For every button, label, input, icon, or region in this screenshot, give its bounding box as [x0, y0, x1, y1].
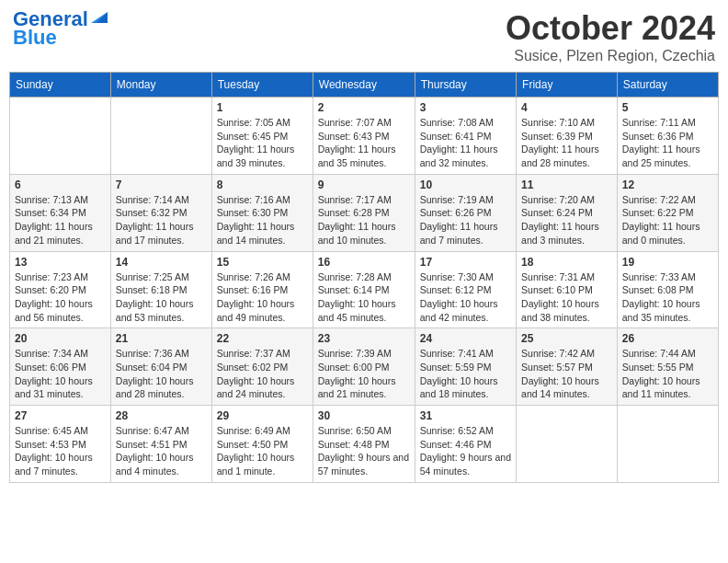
calendar-cell: 20Sunrise: 7:34 AMSunset: 6:06 PMDayligh… — [10, 328, 111, 406]
day-info: Sunrise: 7:16 AMSunset: 6:30 PMDaylight:… — [217, 193, 308, 247]
day-number: 25 — [521, 332, 612, 345]
weekday-header: Sunday — [10, 73, 111, 98]
calendar-cell: 13Sunrise: 7:23 AMSunset: 6:20 PMDayligh… — [10, 251, 111, 328]
day-info: Sunrise: 7:11 AMSunset: 6:36 PMDaylight:… — [622, 116, 713, 170]
calendar-cell — [617, 406, 718, 483]
day-number: 17 — [420, 256, 511, 269]
logo: General Blue — [13, 9, 108, 48]
day-info: Sunrise: 6:49 AMSunset: 4:50 PMDaylight:… — [217, 424, 308, 478]
day-number: 1 — [217, 101, 308, 114]
day-number: 12 — [622, 178, 713, 191]
day-number: 20 — [15, 332, 106, 345]
day-info: Sunrise: 7:30 AMSunset: 6:12 PMDaylight:… — [420, 270, 511, 325]
day-info: Sunrise: 6:52 AMSunset: 4:46 PMDaylight:… — [420, 424, 511, 478]
day-info: Sunrise: 7:22 AMSunset: 6:22 PMDaylight:… — [622, 193, 713, 247]
day-info: Sunrise: 7:13 AMSunset: 6:34 PMDaylight:… — [15, 193, 106, 247]
day-info: Sunrise: 7:41 AMSunset: 5:59 PMDaylight:… — [420, 347, 511, 401]
day-number: 11 — [521, 178, 612, 191]
calendar-cell: 11Sunrise: 7:20 AMSunset: 6:24 PMDayligh… — [517, 174, 618, 251]
day-number: 15 — [217, 256, 308, 269]
logo-blue: Blue — [13, 28, 57, 48]
day-info: Sunrise: 7:36 AMSunset: 6:04 PMDaylight:… — [116, 347, 207, 401]
day-number: 22 — [217, 332, 308, 345]
calendar-cell: 24Sunrise: 7:41 AMSunset: 5:59 PMDayligh… — [415, 328, 516, 406]
day-info: Sunrise: 7:42 AMSunset: 5:57 PMDaylight:… — [521, 347, 612, 401]
day-info: Sunrise: 7:34 AMSunset: 6:06 PMDaylight:… — [15, 347, 106, 401]
calendar-cell — [110, 98, 211, 175]
day-number: 10 — [420, 178, 511, 191]
calendar-cell: 31Sunrise: 6:52 AMSunset: 4:46 PMDayligh… — [415, 406, 516, 483]
day-number: 7 — [116, 178, 207, 191]
calendar-cell: 3Sunrise: 7:08 AMSunset: 6:41 PMDaylight… — [415, 98, 516, 175]
calendar-cell: 25Sunrise: 7:42 AMSunset: 5:57 PMDayligh… — [517, 328, 618, 406]
calendar-cell: 6Sunrise: 7:13 AMSunset: 6:34 PMDaylight… — [10, 174, 111, 251]
day-number: 13 — [15, 256, 106, 269]
month-title: October 2024 — [506, 9, 715, 48]
calendar-week-row: 20Sunrise: 7:34 AMSunset: 6:06 PMDayligh… — [10, 328, 719, 406]
day-info: Sunrise: 6:47 AMSunset: 4:51 PMDaylight:… — [116, 424, 207, 478]
day-info: Sunrise: 7:25 AMSunset: 6:18 PMDaylight:… — [116, 270, 207, 325]
day-number: 23 — [318, 332, 410, 345]
weekday-header: Saturday — [617, 73, 718, 98]
calendar-cell: 26Sunrise: 7:44 AMSunset: 5:55 PMDayligh… — [617, 328, 718, 406]
day-info: Sunrise: 7:19 AMSunset: 6:26 PMDaylight:… — [420, 193, 511, 247]
calendar-week-row: 6Sunrise: 7:13 AMSunset: 6:34 PMDaylight… — [10, 174, 719, 251]
calendar-cell: 10Sunrise: 7:19 AMSunset: 6:26 PMDayligh… — [415, 174, 516, 251]
day-info: Sunrise: 7:39 AMSunset: 6:00 PMDaylight:… — [318, 347, 410, 401]
weekday-header: Thursday — [415, 73, 516, 98]
day-number: 26 — [622, 332, 713, 345]
day-info: Sunrise: 6:50 AMSunset: 4:48 PMDaylight:… — [318, 424, 410, 478]
calendar-cell: 7Sunrise: 7:14 AMSunset: 6:32 PMDaylight… — [110, 174, 211, 251]
day-info: Sunrise: 7:31 AMSunset: 6:10 PMDaylight:… — [521, 270, 612, 325]
day-info: Sunrise: 6:45 AMSunset: 4:53 PMDaylight:… — [15, 424, 106, 478]
calendar-cell — [517, 406, 618, 483]
calendar-cell: 9Sunrise: 7:17 AMSunset: 6:28 PMDaylight… — [313, 174, 415, 251]
calendar-cell: 28Sunrise: 6:47 AMSunset: 4:51 PMDayligh… — [110, 406, 211, 483]
day-number: 14 — [116, 256, 207, 269]
day-info: Sunrise: 7:17 AMSunset: 6:28 PMDaylight:… — [318, 193, 410, 247]
calendar-cell — [10, 98, 111, 175]
calendar-cell: 14Sunrise: 7:25 AMSunset: 6:18 PMDayligh… — [110, 251, 211, 328]
day-info: Sunrise: 7:44 AMSunset: 5:55 PMDaylight:… — [622, 347, 713, 401]
day-info: Sunrise: 7:07 AMSunset: 6:43 PMDaylight:… — [318, 116, 410, 170]
calendar-cell: 21Sunrise: 7:36 AMSunset: 6:04 PMDayligh… — [110, 328, 211, 406]
day-info: Sunrise: 7:23 AMSunset: 6:20 PMDaylight:… — [15, 270, 106, 325]
day-number: 19 — [622, 256, 713, 269]
calendar-cell: 5Sunrise: 7:11 AMSunset: 6:36 PMDaylight… — [617, 98, 718, 175]
calendar-cell: 22Sunrise: 7:37 AMSunset: 6:02 PMDayligh… — [211, 328, 313, 406]
day-number: 21 — [116, 332, 207, 345]
day-number: 4 — [521, 101, 612, 114]
day-info: Sunrise: 7:28 AMSunset: 6:14 PMDaylight:… — [318, 270, 410, 325]
logo-bird-icon — [91, 8, 108, 23]
day-info: Sunrise: 7:08 AMSunset: 6:41 PMDaylight:… — [420, 116, 511, 170]
calendar-week-row: 27Sunrise: 6:45 AMSunset: 4:53 PMDayligh… — [10, 406, 719, 483]
weekday-header-row: SundayMondayTuesdayWednesdayThursdayFrid… — [10, 73, 719, 98]
day-number: 2 — [318, 101, 410, 114]
day-number: 6 — [15, 178, 106, 191]
calendar-week-row: 1Sunrise: 7:05 AMSunset: 6:45 PMDaylight… — [10, 98, 719, 175]
day-number: 8 — [217, 178, 308, 191]
day-info: Sunrise: 7:10 AMSunset: 6:39 PMDaylight:… — [521, 116, 612, 170]
day-info: Sunrise: 7:20 AMSunset: 6:24 PMDaylight:… — [521, 193, 612, 247]
calendar-cell: 17Sunrise: 7:30 AMSunset: 6:12 PMDayligh… — [415, 251, 516, 328]
day-info: Sunrise: 7:14 AMSunset: 6:32 PMDaylight:… — [116, 193, 207, 247]
day-info: Sunrise: 7:05 AMSunset: 6:45 PMDaylight:… — [217, 116, 308, 170]
calendar-cell: 30Sunrise: 6:50 AMSunset: 4:48 PMDayligh… — [313, 406, 415, 483]
calendar-cell: 2Sunrise: 7:07 AMSunset: 6:43 PMDaylight… — [313, 98, 415, 175]
calendar-cell: 12Sunrise: 7:22 AMSunset: 6:22 PMDayligh… — [617, 174, 718, 251]
title-area: October 2024 Susice, Plzen Region, Czech… — [506, 9, 715, 64]
calendar-week-row: 13Sunrise: 7:23 AMSunset: 6:20 PMDayligh… — [10, 251, 719, 328]
day-number: 3 — [420, 101, 511, 114]
weekday-header: Friday — [517, 73, 618, 98]
day-number: 29 — [217, 409, 308, 422]
calendar-cell: 16Sunrise: 7:28 AMSunset: 6:14 PMDayligh… — [313, 251, 415, 328]
location: Susice, Plzen Region, Czechia — [506, 48, 715, 64]
calendar-cell: 23Sunrise: 7:39 AMSunset: 6:00 PMDayligh… — [313, 328, 415, 406]
calendar-cell: 29Sunrise: 6:49 AMSunset: 4:50 PMDayligh… — [211, 406, 313, 483]
weekday-header: Wednesday — [313, 73, 415, 98]
page-header: General Blue October 2024 Susice, Plzen … — [9, 9, 719, 64]
calendar-cell: 1Sunrise: 7:05 AMSunset: 6:45 PMDaylight… — [211, 98, 313, 175]
day-number: 27 — [15, 409, 106, 422]
calendar-cell: 19Sunrise: 7:33 AMSunset: 6:08 PMDayligh… — [617, 251, 718, 328]
day-number: 28 — [116, 409, 207, 422]
